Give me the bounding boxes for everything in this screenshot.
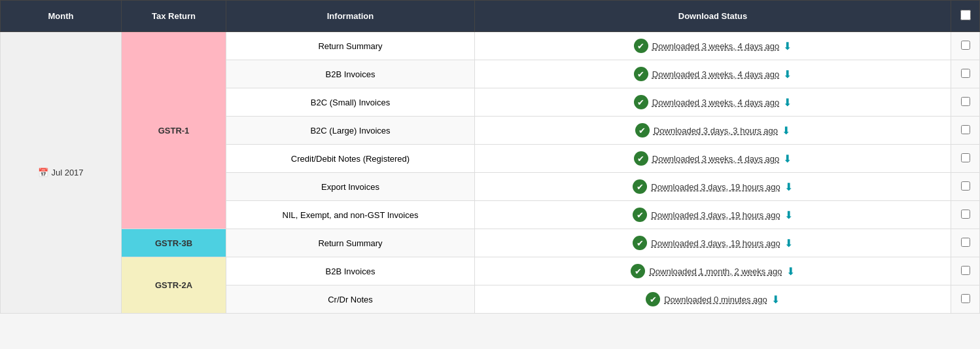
row-checkbox[interactable]	[961, 41, 970, 50]
tax-return-cell: GSTR-2A	[122, 257, 226, 314]
row-checkbox[interactable]	[961, 125, 970, 134]
information-label: B2C (Small) Invoices	[311, 98, 390, 107]
row-checkbox-cell[interactable]	[951, 257, 980, 285]
check-icon: ✔	[646, 292, 660, 306]
download-icon[interactable]: ⬇	[783, 96, 792, 109]
row-checkbox[interactable]	[961, 69, 970, 78]
information-label: B2B Invoices	[326, 266, 376, 276]
download-text[interactable]: Downloaded 3 weeks, 4 days ago	[652, 69, 779, 79]
download-text[interactable]: Downloaded 3 days, 19 hours ago	[651, 238, 780, 248]
select-all-checkbox[interactable]	[960, 10, 971, 20]
download-status-cell[interactable]: ✔ Downloaded 3 weeks, 4 days ago ⬇	[475, 32, 951, 60]
download-status-container: ✔ Downloaded 3 weeks, 4 days ago ⬇	[483, 67, 943, 81]
check-icon: ✔	[634, 151, 648, 166]
check-icon: ✔	[633, 179, 647, 194]
information-label: Cr/Dr Notes	[328, 295, 373, 304]
download-text[interactable]: Downloaded 3 weeks, 4 days ago	[652, 41, 779, 51]
download-icon[interactable]: ⬇	[771, 293, 780, 306]
information-cell: B2C (Small) Invoices	[226, 88, 475, 117]
information-label: Return Summary	[318, 41, 382, 51]
download-icon[interactable]: ⬇	[783, 68, 792, 81]
row-checkbox-cell[interactable]	[951, 173, 980, 201]
download-icon[interactable]: ⬇	[784, 181, 793, 193]
tax-return-label: GSTR-1	[158, 126, 190, 136]
download-status-container: ✔ Downloaded 3 weeks, 4 days ago ⬇	[483, 151, 943, 166]
download-status-cell[interactable]: ✔ Downloaded 3 days, 19 hours ago ⬇	[475, 201, 951, 229]
check-icon: ✔	[635, 123, 650, 138]
download-status-cell[interactable]: ✔ Downloaded 3 weeks, 4 days ago ⬇	[475, 88, 951, 117]
download-status-container: ✔ Downloaded 3 days, 3 hours ago ⬇	[483, 123, 943, 138]
month-label: Jul 2017	[51, 168, 83, 177]
row-checkbox-cell[interactable]	[951, 60, 980, 88]
information-label: Return Summary	[318, 238, 382, 248]
information-label: B2C (Large) Invoices	[310, 126, 390, 136]
information-cell: B2B Invoices	[226, 60, 475, 88]
download-status-cell[interactable]: ✔ Downloaded 3 weeks, 4 days ago ⬇	[475, 145, 951, 173]
download-text[interactable]: Downloaded 3 days, 19 hours ago	[651, 210, 780, 220]
row-checkbox[interactable]	[961, 238, 970, 247]
download-icon[interactable]: ⬇	[784, 209, 793, 221]
row-checkbox[interactable]	[961, 181, 970, 191]
header-tax-return: Tax Return	[122, 1, 226, 32]
month-cell: 📅Jul 2017	[1, 32, 122, 314]
information-cell: B2B Invoices	[226, 257, 475, 285]
download-icon[interactable]: ⬇	[783, 153, 792, 165]
check-icon: ✔	[631, 264, 645, 278]
row-checkbox[interactable]	[961, 266, 970, 275]
download-icon[interactable]: ⬇	[784, 237, 793, 249]
information-label: Export Invoices	[321, 182, 379, 192]
header-information: Information	[226, 1, 475, 32]
information-label: Credit/Debit Notes (Registered)	[291, 154, 410, 164]
row-checkbox[interactable]	[961, 97, 970, 106]
download-text[interactable]: Downloaded 1 month, 2 weeks ago	[649, 266, 782, 276]
information-cell: B2C (Large) Invoices	[226, 117, 475, 145]
download-icon[interactable]: ⬇	[782, 124, 790, 137]
row-checkbox-cell[interactable]	[951, 117, 980, 145]
download-status-container: ✔ Downloaded 0 minutes ago ⬇	[483, 292, 943, 306]
row-checkbox[interactable]	[961, 153, 970, 162]
download-icon[interactable]: ⬇	[786, 265, 795, 278]
download-text[interactable]: Downloaded 3 weeks, 4 days ago	[652, 98, 779, 107]
download-status-container: ✔ Downloaded 3 weeks, 4 days ago ⬇	[483, 95, 943, 109]
tax-return-cell: GSTR-1	[122, 32, 226, 229]
tax-return-label: GSTR-3B	[155, 238, 192, 248]
download-status-container: ✔ Downloaded 1 month, 2 weeks ago ⬇	[483, 264, 943, 278]
download-status-container: ✔ Downloaded 3 days, 19 hours ago ⬇	[483, 208, 943, 222]
row-checkbox-cell[interactable]	[951, 145, 980, 173]
calendar-icon: 📅	[38, 168, 48, 177]
information-cell: Credit/Debit Notes (Registered)	[226, 145, 475, 173]
information-cell: Return Summary	[226, 229, 475, 257]
download-status-cell[interactable]: ✔ Downloaded 3 days, 3 hours ago ⬇	[475, 117, 951, 145]
download-status-cell[interactable]: ✔ Downloaded 3 weeks, 4 days ago ⬇	[475, 60, 951, 88]
row-checkbox-cell[interactable]	[951, 32, 980, 60]
check-icon: ✔	[633, 236, 647, 250]
information-cell: Return Summary	[226, 32, 475, 60]
download-text[interactable]: Downloaded 3 days, 19 hours ago	[651, 182, 780, 192]
row-checkbox-cell[interactable]	[951, 229, 980, 257]
check-icon: ✔	[634, 39, 648, 53]
download-status-cell[interactable]: ✔ Downloaded 3 days, 19 hours ago ⬇	[475, 229, 951, 257]
download-status-cell[interactable]: ✔ Downloaded 3 days, 19 hours ago ⬇	[475, 173, 951, 201]
information-cell: Export Invoices	[226, 173, 475, 201]
information-label: B2B Invoices	[326, 69, 376, 79]
check-icon: ✔	[634, 67, 648, 81]
tax-return-label: GSTR-2A	[155, 280, 192, 290]
header-month: Month	[1, 1, 122, 32]
download-text[interactable]: Downloaded 3 days, 3 hours ago	[654, 126, 778, 136]
row-checkbox[interactable]	[961, 210, 970, 219]
row-checkbox-cell[interactable]	[951, 201, 980, 229]
download-text[interactable]: Downloaded 3 weeks, 4 days ago	[652, 154, 779, 164]
download-status-cell[interactable]: ✔ Downloaded 0 minutes ago ⬇	[475, 285, 951, 314]
download-status-container: ✔ Downloaded 3 weeks, 4 days ago ⬇	[483, 39, 943, 53]
row-checkbox[interactable]	[961, 294, 970, 303]
download-text[interactable]: Downloaded 0 minutes ago	[664, 295, 767, 304]
check-icon: ✔	[633, 208, 647, 222]
check-icon: ✔	[634, 95, 648, 109]
download-status-container: ✔ Downloaded 3 days, 19 hours ago ⬇	[483, 179, 943, 194]
download-status-container: ✔ Downloaded 3 days, 19 hours ago ⬇	[483, 236, 943, 250]
row-checkbox-cell[interactable]	[951, 285, 980, 314]
download-icon[interactable]: ⬇	[783, 40, 792, 52]
header-checkbox-all[interactable]	[951, 1, 980, 32]
row-checkbox-cell[interactable]	[951, 88, 980, 117]
download-status-cell[interactable]: ✔ Downloaded 1 month, 2 weeks ago ⬇	[475, 257, 951, 285]
